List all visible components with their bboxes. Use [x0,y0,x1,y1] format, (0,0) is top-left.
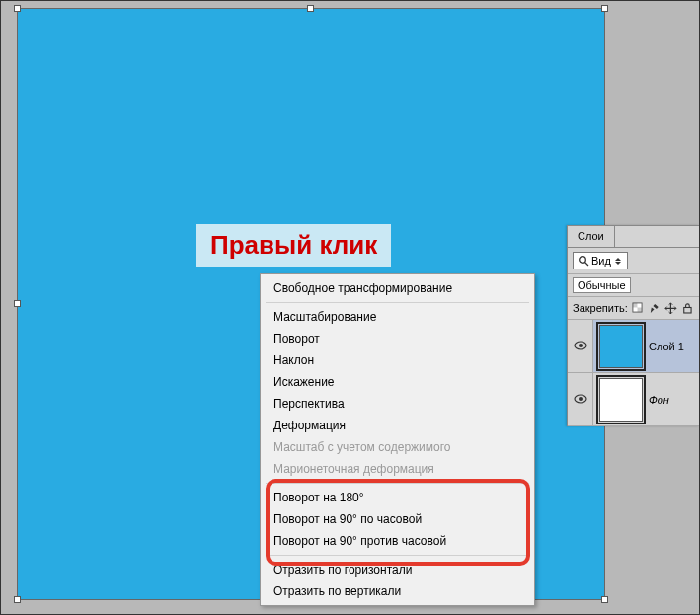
menu-separator [266,555,529,556]
transform-handle-top-middle[interactable] [307,5,314,12]
lock-transparency-icon[interactable] [632,301,645,315]
svg-rect-8 [684,307,691,312]
svg-rect-5 [633,307,638,312]
transform-handle-top-left[interactable] [14,5,21,12]
layers-list: Слой 1 Фон [568,320,699,426]
menu-item-rotate-90-cw[interactable]: Поворот на 90° по часовой [264,508,531,530]
menu-item-rotate-180[interactable]: Поворот на 180° [264,487,531,508]
lock-label: Закрепить: [573,302,628,314]
menu-item-flip-vertical[interactable]: Отразить по вертикали [264,580,531,602]
transform-context-menu: Свободное трансформирование Масштабирова… [260,273,535,606]
menu-item-skew[interactable]: Наклон [264,349,531,371]
menu-item-perspective[interactable]: Перспектива [264,393,531,415]
layers-filter-row: Вид [568,248,699,274]
layer-thumbnail[interactable] [599,378,643,422]
menu-item-free-transform[interactable]: Свободное трансформирование [264,277,531,299]
svg-point-12 [579,397,583,401]
blend-mode-row: Обычные [568,274,699,297]
layer-name[interactable]: Фон [649,394,669,406]
menu-separator [266,302,529,303]
layer-thumbnail[interactable] [599,325,643,368]
layer-filter-label: Вид [591,255,611,267]
search-icon [578,255,589,267]
eye-icon [574,394,587,406]
menu-item-rotate-90-ccw[interactable]: Поворот на 90° против часовой [264,530,531,552]
svg-rect-7 [653,304,658,309]
svg-point-10 [579,344,583,347]
menu-item-flip-horizontal[interactable]: Отразить по горизонтали [264,559,531,580]
menu-separator [266,483,529,484]
layer-name[interactable]: Слой 1 [649,341,684,352]
panel-tab-row: Слои [568,226,699,248]
menu-item-scale[interactable]: Масштабирование [264,306,531,328]
menu-item-puppet-warp: Марионеточная деформация [264,458,531,480]
layer-filter-dropdown[interactable]: Вид [573,252,628,269]
menu-item-distort[interactable]: Искажение [264,371,531,393]
dropdown-arrows-icon [613,258,623,265]
annotation-label: Правый клик [196,224,391,267]
workspace: Правый клик Свободное трансформирование … [1,1,699,614]
lock-pixels-icon[interactable] [649,301,661,315]
layer-visibility-toggle[interactable] [568,373,593,425]
transform-handle-middle-left[interactable] [14,300,21,307]
layer-visibility-toggle[interactable] [568,320,593,372]
eye-icon [574,341,587,352]
svg-line-1 [585,263,589,267]
svg-rect-4 [637,303,642,308]
transform-handle-bottom-left[interactable] [14,596,21,603]
tab-layers[interactable]: Слои [568,226,615,247]
blend-mode-value: Обычные [578,279,626,291]
layer-row[interactable]: Фон [568,373,699,426]
layers-panel: Слои Вид Обычные Закрепить: [567,225,699,426]
transform-handle-bottom-right[interactable] [601,596,608,603]
svg-rect-2 [633,303,638,308]
lock-row: Закрепить: [568,297,699,320]
menu-item-rotate[interactable]: Поворот [264,328,531,349]
svg-point-0 [580,257,586,264]
svg-rect-3 [637,307,642,312]
layer-row[interactable]: Слой 1 [568,320,699,373]
menu-item-warp[interactable]: Деформация [264,415,531,436]
lock-all-icon[interactable] [681,301,694,315]
menu-item-content-aware-scale: Масштаб с учетом содержимого [264,436,531,458]
lock-position-icon[interactable] [664,301,677,315]
transform-handle-top-right[interactable] [601,5,608,12]
blend-mode-dropdown[interactable]: Обычные [573,277,631,293]
